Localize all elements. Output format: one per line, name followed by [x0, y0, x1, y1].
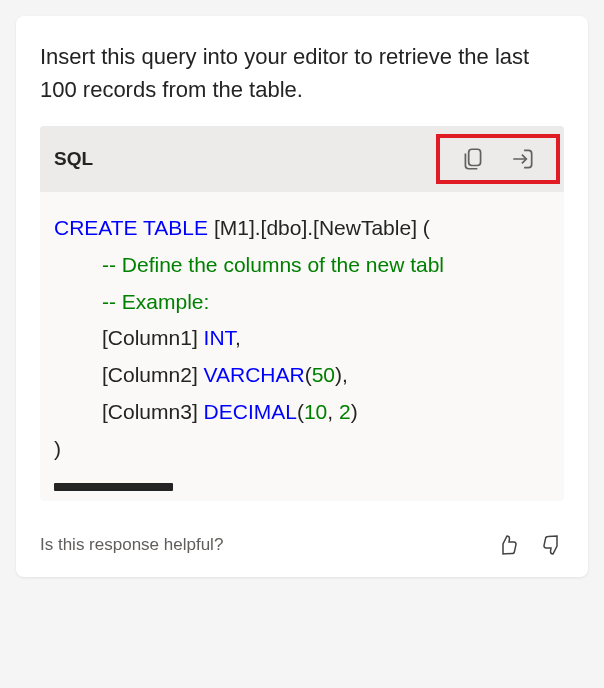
- feedback-actions: [496, 533, 564, 557]
- code-line: [Column1] INT,: [54, 320, 550, 357]
- insert-button[interactable]: [510, 146, 536, 172]
- copilot-response-card: Insert this query into your editor to re…: [16, 16, 588, 577]
- thumbs-down-icon: [540, 533, 564, 557]
- code-line: [Column3] DECIMAL(10, 2): [54, 394, 550, 431]
- code-line: -- Define the columns of the new tabl: [54, 247, 550, 284]
- code-language-label: SQL: [54, 148, 93, 170]
- thumbs-up-icon: [496, 533, 520, 557]
- code-line: ): [54, 431, 550, 468]
- thumbs-down-button[interactable]: [540, 533, 564, 557]
- copy-button[interactable]: [460, 146, 486, 172]
- copy-icon: [460, 146, 486, 172]
- code-body: CREATE TABLE [M1].[dbo].[NewTable] ( -- …: [40, 192, 564, 477]
- thumbs-up-button[interactable]: [496, 533, 520, 557]
- horizontal-scrollbar[interactable]: [54, 483, 550, 491]
- code-actions-highlight: [436, 134, 560, 184]
- code-line: [Column2] VARCHAR(50),: [54, 357, 550, 394]
- code-block: SQL CREATE TABLE [M1].[db: [40, 126, 564, 501]
- feedback-row: Is this response helpful?: [40, 533, 564, 557]
- code-header: SQL: [40, 126, 564, 192]
- svg-rect-0: [469, 149, 481, 165]
- feedback-prompt: Is this response helpful?: [40, 535, 223, 555]
- code-line: CREATE TABLE [M1].[dbo].[NewTable] (: [54, 210, 550, 247]
- intro-text: Insert this query into your editor to re…: [40, 40, 564, 106]
- scrollbar-thumb[interactable]: [54, 483, 173, 491]
- code-line: -- Example:: [54, 284, 550, 321]
- insert-icon: [510, 146, 536, 172]
